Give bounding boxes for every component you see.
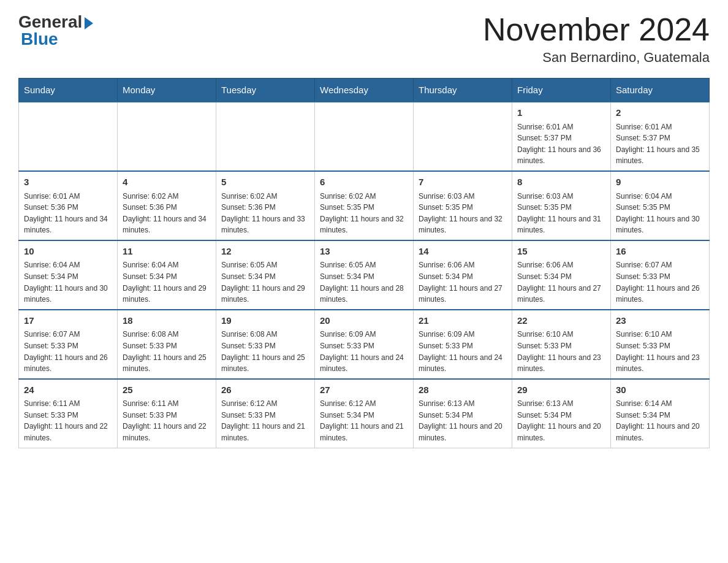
header-saturday: Saturday bbox=[611, 79, 710, 102]
day-info: Sunrise: 6:09 AMSunset: 5:33 PMDaylight:… bbox=[419, 329, 507, 374]
calendar-cell bbox=[414, 102, 512, 171]
day-info: Sunrise: 6:08 AMSunset: 5:33 PMDaylight:… bbox=[123, 329, 211, 374]
calendar-cell: 27Sunrise: 6:12 AMSunset: 5:34 PMDayligh… bbox=[315, 379, 414, 448]
week-row-1: 1Sunrise: 6:01 AMSunset: 5:37 PMDaylight… bbox=[19, 102, 710, 171]
day-number: 3 bbox=[24, 175, 112, 190]
day-info: Sunrise: 6:06 AMSunset: 5:34 PMDaylight:… bbox=[419, 259, 507, 305]
calendar-cell: 14Sunrise: 6:06 AMSunset: 5:34 PMDayligh… bbox=[414, 240, 512, 310]
week-row-2: 3Sunrise: 6:01 AMSunset: 5:36 PMDaylight… bbox=[19, 171, 710, 240]
day-info: Sunrise: 6:08 AMSunset: 5:33 PMDaylight:… bbox=[221, 329, 309, 374]
day-number: 21 bbox=[419, 314, 507, 328]
title-block: November 2024 San Bernardino, Guatemala bbox=[483, 12, 710, 66]
day-number: 29 bbox=[517, 383, 605, 397]
day-number: 28 bbox=[419, 383, 507, 397]
day-info: Sunrise: 6:01 AMSunset: 5:37 PMDaylight:… bbox=[616, 121, 704, 167]
day-info: Sunrise: 6:01 AMSunset: 5:37 PMDaylight:… bbox=[517, 121, 605, 167]
calendar-cell: 7Sunrise: 6:03 AMSunset: 5:35 PMDaylight… bbox=[414, 171, 512, 240]
day-info: Sunrise: 6:07 AMSunset: 5:33 PMDaylight:… bbox=[24, 329, 112, 374]
week-row-5: 24Sunrise: 6:11 AMSunset: 5:33 PMDayligh… bbox=[19, 379, 710, 448]
day-info: Sunrise: 6:02 AMSunset: 5:36 PMDaylight:… bbox=[123, 191, 211, 236]
calendar-cell: 12Sunrise: 6:05 AMSunset: 5:34 PMDayligh… bbox=[216, 240, 315, 310]
day-number: 17 bbox=[24, 314, 112, 328]
calendar-cell: 11Sunrise: 6:04 AMSunset: 5:34 PMDayligh… bbox=[118, 240, 216, 310]
location-title: San Bernardino, Guatemala bbox=[483, 50, 710, 66]
day-info: Sunrise: 6:05 AMSunset: 5:34 PMDaylight:… bbox=[221, 259, 309, 305]
day-number: 23 bbox=[616, 314, 704, 328]
calendar-cell: 29Sunrise: 6:13 AMSunset: 5:34 PMDayligh… bbox=[512, 379, 611, 448]
calendar-cell: 30Sunrise: 6:14 AMSunset: 5:34 PMDayligh… bbox=[611, 379, 710, 448]
header-monday: Monday bbox=[118, 79, 216, 102]
calendar-cell: 20Sunrise: 6:09 AMSunset: 5:33 PMDayligh… bbox=[315, 310, 414, 379]
day-info: Sunrise: 6:02 AMSunset: 5:36 PMDaylight:… bbox=[221, 191, 309, 236]
calendar-cell: 3Sunrise: 6:01 AMSunset: 5:36 PMDaylight… bbox=[19, 171, 118, 240]
calendar-cell bbox=[216, 102, 315, 171]
calendar-cell: 10Sunrise: 6:04 AMSunset: 5:34 PMDayligh… bbox=[19, 240, 118, 310]
day-info: Sunrise: 6:06 AMSunset: 5:34 PMDaylight:… bbox=[517, 259, 605, 305]
day-number: 5 bbox=[221, 175, 309, 190]
day-number: 16 bbox=[616, 245, 704, 259]
day-info: Sunrise: 6:12 AMSunset: 5:33 PMDaylight:… bbox=[221, 398, 309, 443]
day-info: Sunrise: 6:04 AMSunset: 5:35 PMDaylight:… bbox=[616, 191, 704, 236]
day-info: Sunrise: 6:04 AMSunset: 5:34 PMDaylight:… bbox=[24, 259, 112, 305]
day-info: Sunrise: 6:13 AMSunset: 5:34 PMDaylight:… bbox=[517, 398, 605, 443]
day-info: Sunrise: 6:09 AMSunset: 5:33 PMDaylight:… bbox=[320, 329, 408, 374]
day-number: 27 bbox=[320, 383, 408, 397]
logo-blue-text: Blue bbox=[21, 29, 58, 49]
day-number: 22 bbox=[517, 314, 605, 328]
calendar-cell: 6Sunrise: 6:02 AMSunset: 5:35 PMDaylight… bbox=[315, 171, 414, 240]
month-title: November 2024 bbox=[483, 12, 710, 47]
day-number: 15 bbox=[517, 245, 605, 259]
day-info: Sunrise: 6:04 AMSunset: 5:34 PMDaylight:… bbox=[123, 259, 211, 305]
calendar-cell: 23Sunrise: 6:10 AMSunset: 5:33 PMDayligh… bbox=[611, 310, 710, 379]
calendar-cell bbox=[19, 102, 118, 171]
calendar-cell: 25Sunrise: 6:11 AMSunset: 5:33 PMDayligh… bbox=[118, 379, 216, 448]
calendar-cell bbox=[118, 102, 216, 171]
calendar-header-row: SundayMondayTuesdayWednesdayThursdayFrid… bbox=[19, 79, 710, 102]
week-row-4: 17Sunrise: 6:07 AMSunset: 5:33 PMDayligh… bbox=[19, 310, 710, 379]
day-info: Sunrise: 6:12 AMSunset: 5:34 PMDaylight:… bbox=[320, 398, 408, 443]
header-thursday: Thursday bbox=[414, 79, 512, 102]
day-number: 13 bbox=[320, 245, 408, 259]
calendar-cell: 9Sunrise: 6:04 AMSunset: 5:35 PMDaylight… bbox=[611, 171, 710, 240]
day-number: 11 bbox=[123, 245, 211, 259]
day-number: 10 bbox=[24, 245, 112, 259]
header-tuesday: Tuesday bbox=[216, 79, 315, 102]
day-info: Sunrise: 6:14 AMSunset: 5:34 PMDaylight:… bbox=[616, 398, 704, 443]
day-info: Sunrise: 6:11 AMSunset: 5:33 PMDaylight:… bbox=[24, 398, 112, 443]
calendar-table: SundayMondayTuesdayWednesdayThursdayFrid… bbox=[18, 78, 710, 448]
day-number: 7 bbox=[419, 175, 507, 190]
day-info: Sunrise: 6:13 AMSunset: 5:34 PMDaylight:… bbox=[419, 398, 507, 443]
day-number: 18 bbox=[123, 314, 211, 328]
day-number: 4 bbox=[123, 175, 211, 190]
calendar-cell: 19Sunrise: 6:08 AMSunset: 5:33 PMDayligh… bbox=[216, 310, 315, 379]
day-info: Sunrise: 6:11 AMSunset: 5:33 PMDaylight:… bbox=[123, 398, 211, 443]
day-info: Sunrise: 6:10 AMSunset: 5:33 PMDaylight:… bbox=[517, 329, 605, 374]
day-number: 25 bbox=[123, 383, 211, 397]
day-info: Sunrise: 6:03 AMSunset: 5:35 PMDaylight:… bbox=[517, 191, 605, 236]
day-number: 6 bbox=[320, 175, 408, 190]
day-number: 9 bbox=[616, 175, 704, 190]
calendar-cell: 8Sunrise: 6:03 AMSunset: 5:35 PMDaylight… bbox=[512, 171, 611, 240]
day-info: Sunrise: 6:03 AMSunset: 5:35 PMDaylight:… bbox=[419, 191, 507, 236]
day-number: 1 bbox=[517, 106, 605, 120]
calendar-cell: 22Sunrise: 6:10 AMSunset: 5:33 PMDayligh… bbox=[512, 310, 611, 379]
calendar-cell: 21Sunrise: 6:09 AMSunset: 5:33 PMDayligh… bbox=[414, 310, 512, 379]
header-friday: Friday bbox=[512, 79, 611, 102]
day-info: Sunrise: 6:02 AMSunset: 5:35 PMDaylight:… bbox=[320, 191, 408, 236]
calendar-cell: 24Sunrise: 6:11 AMSunset: 5:33 PMDayligh… bbox=[19, 379, 118, 448]
calendar-cell: 4Sunrise: 6:02 AMSunset: 5:36 PMDaylight… bbox=[118, 171, 216, 240]
logo: General Blue bbox=[18, 12, 93, 49]
calendar-cell: 17Sunrise: 6:07 AMSunset: 5:33 PMDayligh… bbox=[19, 310, 118, 379]
calendar-cell: 13Sunrise: 6:05 AMSunset: 5:34 PMDayligh… bbox=[315, 240, 414, 310]
page-header: General Blue November 2024 San Bernardin… bbox=[18, 12, 710, 66]
day-number: 30 bbox=[616, 383, 704, 397]
day-number: 2 bbox=[616, 106, 704, 120]
header-sunday: Sunday bbox=[19, 79, 118, 102]
week-row-3: 10Sunrise: 6:04 AMSunset: 5:34 PMDayligh… bbox=[19, 240, 710, 310]
day-number: 26 bbox=[221, 383, 309, 397]
day-number: 20 bbox=[320, 314, 408, 328]
day-number: 12 bbox=[221, 245, 309, 259]
calendar-cell: 15Sunrise: 6:06 AMSunset: 5:34 PMDayligh… bbox=[512, 240, 611, 310]
calendar-cell: 18Sunrise: 6:08 AMSunset: 5:33 PMDayligh… bbox=[118, 310, 216, 379]
calendar-cell: 5Sunrise: 6:02 AMSunset: 5:36 PMDaylight… bbox=[216, 171, 315, 240]
